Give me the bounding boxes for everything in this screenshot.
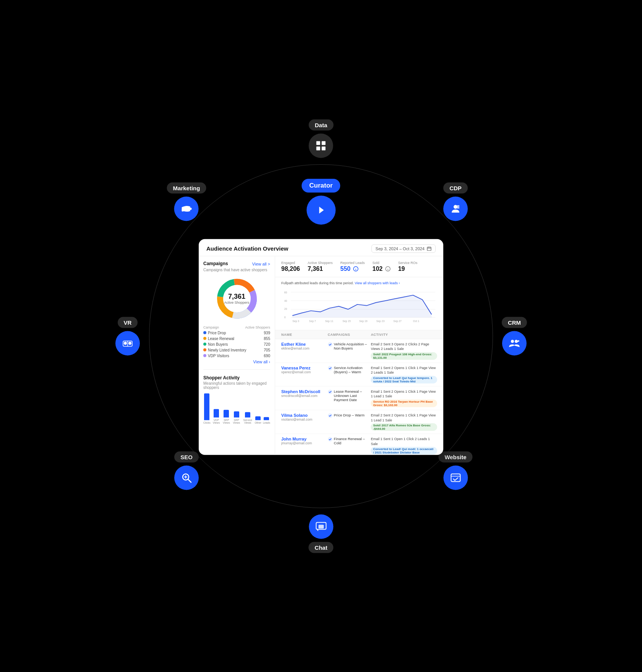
campaign-check-2	[328, 366, 332, 370]
campaign-text-5: Finance Renewal – Cold	[334, 437, 371, 445]
cdp-label: CDP	[443, 182, 468, 193]
shopper-name-1[interactable]: Esther Kline	[281, 342, 328, 346]
svg-rect-3	[322, 146, 326, 150]
vr-icon[interactable]	[115, 331, 140, 355]
activity-col-2: Email 1 Sent 2 Opens 1 Click 1 Page View…	[371, 365, 437, 383]
node-marketing[interactable]: Marketing	[167, 182, 206, 221]
activity-subtitle: Meaningful actions taken by engaged shop…	[203, 381, 270, 389]
table-row: Vilma Solano vsolano@email.com Price Dro…	[275, 410, 443, 434]
campaigns-view-all[interactable]: View all >	[252, 261, 270, 266]
engaged-value: 98,206	[281, 265, 300, 272]
node-curator[interactable]: Curator	[302, 179, 340, 225]
curator-label: Curator	[302, 179, 340, 193]
th-activity: ACTIVITY	[371, 332, 437, 336]
shopper-name-2[interactable]: Vanessa Perez	[281, 365, 328, 370]
svg-text:60: 60	[284, 291, 287, 293]
leads-info-icon: i	[353, 266, 358, 272]
campaigns-view-all-bottom[interactable]: View all ›	[253, 359, 270, 364]
svg-text:Sep 19: Sep 19	[359, 319, 368, 322]
metric-engaged: Engaged 98,206	[281, 261, 300, 272]
node-cdp[interactable]: CDP	[443, 182, 468, 221]
donut-center: 7,361 Active Shoppers	[224, 293, 250, 304]
table-area: NAME CAMPAIGNS ACTIVITY Esther Kline ekl…	[275, 330, 443, 455]
shopper-name-5[interactable]: John Murray	[281, 437, 328, 441]
node-crm[interactable]: CRM	[502, 317, 527, 355]
shopper-col-2: Vanessa Perez vperez@email.com	[281, 365, 328, 374]
metric-reported-leads: Reported Leads 550 i	[340, 261, 365, 272]
reported-leads-value: 550 i	[340, 265, 365, 272]
marketing-label: Marketing	[167, 182, 206, 193]
shopper-email-1: ekline@email.com	[281, 346, 328, 350]
activity-col-1: Email 2 Sent 3 Opens 2 Clicks 2 Page Vie…	[371, 342, 437, 359]
node-data[interactable]: Data	[309, 119, 334, 158]
table-row: Esther Kline ekline@email.com Vehicle Ac…	[275, 339, 443, 363]
bar-label-4: SRP Views	[232, 418, 241, 424]
crm-icon[interactable]	[502, 331, 527, 355]
chart-view-all-link[interactable]: View all shoppers with leads ›	[355, 281, 400, 285]
dashboard-title: Audience Activation Overview	[206, 245, 289, 252]
marketing-icon[interactable]	[174, 196, 199, 221]
website-label: Website	[438, 451, 472, 462]
campaigns-subtitle: Campaigns that have active shoppers	[203, 267, 270, 272]
campaign-count-1: 939	[264, 330, 270, 335]
campaign-name-2: Lease Renewal	[208, 336, 234, 340]
active-shoppers-metric-value: 7,361	[308, 265, 333, 272]
sold-badge-4: Sold! 2017 Alfa Romeo 9Ja Base Gross: -$…	[371, 423, 437, 431]
table-row: John Murray jmurray@email.com Finance Re…	[275, 434, 443, 455]
campaigns-section: Campaigns View all > Campaigns that have…	[203, 261, 270, 364]
campaign-col-3: Lease Renewal – Unknown Last Payment Dat…	[328, 389, 371, 402]
campaign-col-4: Price Drop – Warm	[328, 413, 371, 418]
activity-text-2: Email 1 Sent 2 Opens 1 Click 1 Page View…	[371, 365, 437, 375]
svg-marker-58	[292, 295, 431, 317]
active-shoppers-label: Active Shoppers	[224, 301, 250, 304]
campaign-count-5: 690	[264, 353, 270, 358]
seo-label: SEO	[174, 451, 199, 462]
website-icon[interactable]	[443, 465, 468, 490]
campaign-text-4: Price Drop – Warm	[334, 413, 365, 417]
data-icon[interactable]	[309, 133, 333, 158]
shopper-email-3: smcdriscoll@email.com	[281, 394, 328, 398]
seo-icon[interactable]	[174, 465, 199, 490]
svg-rect-25	[318, 525, 324, 528]
svg-text:Sep 7: Sep 7	[309, 319, 316, 322]
bar-7	[264, 417, 269, 420]
donut-container: 7,361 Active Shoppers	[203, 275, 270, 321]
activity-text-4: Email 2 Sent 2 Opens 1 Click 1 Page View…	[371, 413, 437, 423]
svg-text:Sep 3: Sep 3	[292, 319, 299, 322]
line-chart: 60 40 20 0 Sep 3 Sep 7 Sep 11 Sep 15	[281, 287, 437, 325]
node-website[interactable]: Website	[438, 451, 472, 490]
svg-text:0: 0	[284, 316, 286, 318]
metrics-row: Engaged 98,206 Active Shoppers 7,361 Rep…	[275, 256, 443, 277]
cdp-icon[interactable]	[443, 196, 468, 221]
node-chat[interactable]: Chat	[308, 514, 333, 553]
node-seo[interactable]: SEO	[174, 451, 199, 490]
calendar-icon	[427, 246, 431, 251]
bar-5	[245, 412, 250, 417]
engaged-label: Engaged	[281, 261, 300, 264]
shopper-name-3[interactable]: Stephen McDriscoll	[281, 389, 328, 394]
svg-point-17	[518, 340, 519, 342]
bar-col-2: VDP Views	[212, 409, 220, 424]
bar-label-2: VDP Views	[212, 418, 220, 424]
svg-point-5	[190, 207, 192, 210]
svg-text:Oct 1: Oct 1	[413, 319, 419, 322]
data-label: Data	[309, 119, 334, 130]
chat-icon[interactable]	[309, 514, 333, 539]
svg-point-15	[511, 340, 514, 343]
shopper-name-4[interactable]: Vilma Solano	[281, 413, 328, 418]
campaign-check-1	[328, 342, 332, 347]
service-ros-value: 19	[398, 265, 418, 272]
svg-text:i: i	[355, 268, 356, 271]
campaign-text-2: Service Activation (Buyers) – Warm	[334, 365, 371, 374]
bar-col-1: Clicks	[203, 393, 211, 424]
svg-rect-2	[316, 146, 320, 150]
right-panel: Engaged 98,206 Active Shoppers 7,361 Rep…	[275, 256, 443, 455]
date-range[interactable]: Sep 3, 2024 – Oct 3, 2024	[371, 244, 436, 253]
campaign-check-3	[328, 390, 332, 394]
shopper-col-3: Stephen McDriscoll smcdriscoll@email.com	[281, 389, 328, 398]
node-vr[interactable]: VR	[115, 317, 140, 355]
chart-area: Fullpath attributed leads during this ti…	[275, 277, 443, 330]
curator-icon[interactable]	[306, 196, 336, 225]
campaign-col-5: Finance Renewal – Cold	[328, 437, 371, 445]
svg-marker-4	[319, 207, 324, 214]
